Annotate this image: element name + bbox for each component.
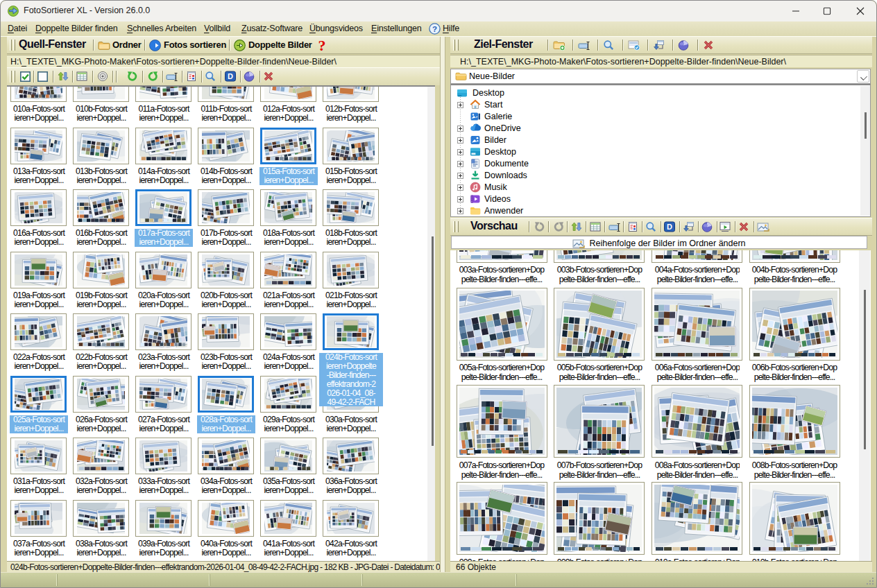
- svg-text:D: D: [667, 223, 672, 231]
- svg-text:?: ?: [318, 38, 326, 53]
- svg-text:?: ?: [432, 25, 437, 33]
- svg-text:D: D: [228, 72, 233, 80]
